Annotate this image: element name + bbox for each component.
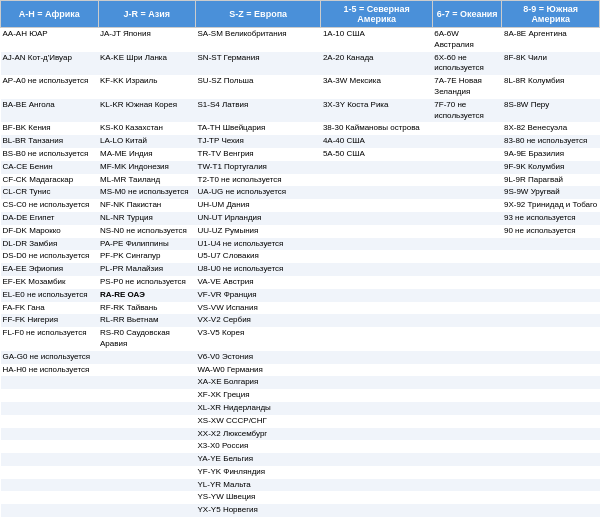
cell-r27-c4 (432, 428, 502, 441)
cell-r10-c1: NF-NK Пакистан (98, 199, 196, 212)
main-container: A-H = Африка J-R = Азия S-Z = Европа 1-5… (0, 0, 600, 518)
cell-r13-c0: DL-DR Замбия (1, 238, 99, 251)
cell-r24-c0 (1, 389, 99, 402)
table-row: AJ-AN Кот-д'ИвуарKA-KE Шри ЛанкаSN-ST Ге… (1, 52, 600, 76)
cell-r26-c3 (321, 415, 432, 428)
cell-r1-c1: KA-KE Шри Ланка (98, 52, 196, 76)
cell-r12-c2: UU-UZ Румыния (196, 225, 321, 238)
cell-r1-c5: 8F-8K Чили (502, 52, 600, 76)
cell-r10-c2: UH-UM Дания (196, 199, 321, 212)
cell-r0-c3: 1A-10 США (321, 28, 432, 52)
cell-r30-c3 (321, 466, 432, 479)
cell-r10-c5: 9X-92 Тринидад и Тобаго (502, 199, 600, 212)
cell-r16-c5 (502, 276, 600, 289)
cell-r10-c4 (432, 199, 502, 212)
cell-r22-c4 (432, 364, 502, 377)
cell-r31-c1 (98, 479, 196, 492)
table-row: BA-BE АнголаKL-KR Южная КореяS1-S4 Латви… (1, 99, 600, 123)
cell-r24-c2: XF-XK Греция (196, 389, 321, 402)
cell-r12-c0: DF-DK Марокко (1, 225, 99, 238)
table-row: XS-XW СССР/СНГ (1, 415, 600, 428)
cell-r28-c0 (1, 440, 99, 453)
table-row: FA-FK ГанаRF-RK ТайваньVS-VW Испания (1, 302, 600, 315)
cell-r32-c5 (502, 491, 600, 504)
cell-r29-c1 (98, 453, 196, 466)
cell-r30-c2: YF-YK Финляндия (196, 466, 321, 479)
cell-r20-c3 (321, 327, 432, 351)
cell-r28-c2: X3-X0 Россия (196, 440, 321, 453)
cell-r11-c0: DA-DE Египет (1, 212, 99, 225)
cell-r26-c0 (1, 415, 99, 428)
cell-r2-c1: KF-KK Израиль (98, 75, 196, 99)
cell-r1-c0: AJ-AN Кот-д'Ивуар (1, 52, 99, 76)
cell-r6-c4 (432, 148, 502, 161)
cell-r23-c2: XA-XE Болгария (196, 376, 321, 389)
cell-r24-c3 (321, 389, 432, 402)
cell-r13-c3 (321, 238, 432, 251)
cell-r6-c3: 5A-50 США (321, 148, 432, 161)
table-row: EA-EE ЭфиопияPL-PR МалайзияU8-U0 не испо… (1, 263, 600, 276)
table-row: YF-YK Финляндия (1, 466, 600, 479)
cell-r32-c2: YS-YW Швеция (196, 491, 321, 504)
cell-r11-c4 (432, 212, 502, 225)
header-africa: A-H = Африка (1, 1, 99, 28)
cell-r7-c3 (321, 161, 432, 174)
table-row: XF-XK Греция (1, 389, 600, 402)
cell-r7-c5: 9F-9K Колумбия (502, 161, 600, 174)
cell-r5-c2: TJ-TP Чехия (196, 135, 321, 148)
cell-r16-c4 (432, 276, 502, 289)
table-row: FF-FK НигерияRL-RR ВьетнамVX-V2 Сербия (1, 314, 600, 327)
cell-r20-c5 (502, 327, 600, 351)
cell-r1-c4: 6X-60 не используется (432, 52, 502, 76)
table-row: BL-BR ТанзанияLA-LO КитайTJ-TP Чехия4A-4… (1, 135, 600, 148)
cell-r7-c0: CA-CE Бенин (1, 161, 99, 174)
cell-r20-c2: V3-V5 Корея (196, 327, 321, 351)
cell-r11-c3 (321, 212, 432, 225)
table-row: EF-EK МозамбикPS-P0 не используетсяVA-VE… (1, 276, 600, 289)
cell-r29-c4 (432, 453, 502, 466)
table-row: DA-DE ЕгипетNL-NR ТурцияUN-UT Ирландия93… (1, 212, 600, 225)
cell-r10-c3 (321, 199, 432, 212)
cell-r3-c1: KL-KR Южная Корея (98, 99, 196, 123)
table-row: DL-DR ЗамбияPA-PE ФилиппиныU1-U4 не испо… (1, 238, 600, 251)
cell-r21-c3 (321, 351, 432, 364)
cell-r9-c0: CL-CR Тунис (1, 186, 99, 199)
header-asia: J-R = Азия (98, 1, 196, 28)
cell-r5-c1: LA-LO Китай (98, 135, 196, 148)
cell-r32-c4 (432, 491, 502, 504)
cell-r16-c0: EF-EK Мозамбик (1, 276, 99, 289)
table-row: BS-B0 не используетсяMA-ME ИндияTR-TV Ве… (1, 148, 600, 161)
cell-r25-c3 (321, 402, 432, 415)
cell-r18-c3 (321, 302, 432, 315)
cell-r28-c3 (321, 440, 432, 453)
cell-r9-c2: UA-UG не используется (196, 186, 321, 199)
cell-r32-c3 (321, 491, 432, 504)
cell-r33-c4 (432, 504, 502, 517)
cell-r20-c4 (432, 327, 502, 351)
cell-r15-c3 (321, 263, 432, 276)
cell-r26-c2: XS-XW СССР/СНГ (196, 415, 321, 428)
table-row: CA-CE БенинMF-MK ИндонезияTW-T1 Португал… (1, 161, 600, 174)
cell-r25-c5 (502, 402, 600, 415)
cell-r30-c4 (432, 466, 502, 479)
table-row: YL-YR Мальта (1, 479, 600, 492)
cell-r25-c2: XL-XR Нидерланды (196, 402, 321, 415)
cell-r27-c1 (98, 428, 196, 441)
cell-r28-c5 (502, 440, 600, 453)
cell-r5-c0: BL-BR Танзания (1, 135, 99, 148)
cell-r5-c4 (432, 135, 502, 148)
cell-r14-c5 (502, 250, 600, 263)
cell-r26-c4 (432, 415, 502, 428)
cell-r18-c4 (432, 302, 502, 315)
cell-r13-c5 (502, 238, 600, 251)
cell-r16-c2: VA-VE Австрия (196, 276, 321, 289)
cell-r7-c1: MF-MK Индонезия (98, 161, 196, 174)
table-row: CS-C0 не используетсяNF-NK ПакистанUH-UM… (1, 199, 600, 212)
cell-r31-c3 (321, 479, 432, 492)
cell-r29-c3 (321, 453, 432, 466)
cell-r0-c0: AA-AH ЮАР (1, 28, 99, 52)
table-row: EL-E0 не используетсяRA-RE ОАЭVF-VR Фран… (1, 289, 600, 302)
table-row: CL-CR ТунисMS-M0 не используетсяUA-UG не… (1, 186, 600, 199)
table-row: XA-XE Болгария (1, 376, 600, 389)
cell-r31-c2: YL-YR Мальта (196, 479, 321, 492)
